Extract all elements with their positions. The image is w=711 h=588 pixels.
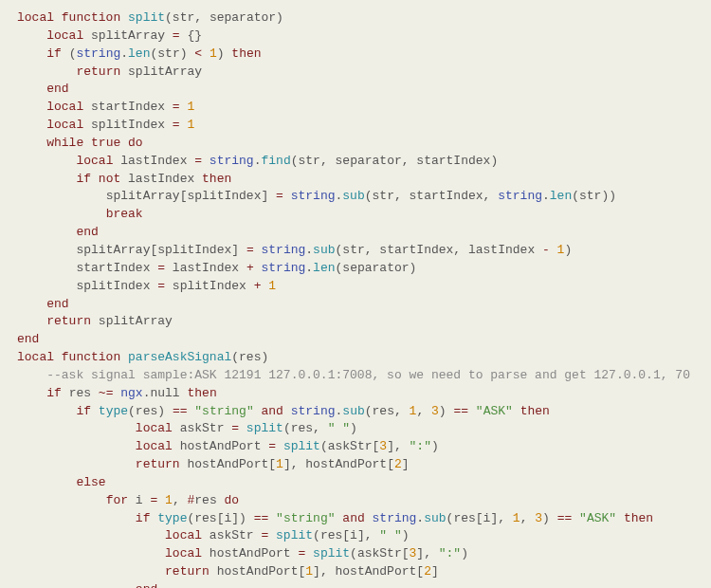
token-id: splitIndex <box>173 279 254 293</box>
token-num: 1 <box>187 118 194 132</box>
token-fn: split <box>128 10 165 25</box>
token-kw: if <box>46 386 68 400</box>
token-fn: len <box>550 189 572 203</box>
token-id: hostAndPort <box>217 564 299 579</box>
token-punc: ) <box>217 46 232 61</box>
token-ns: string <box>291 189 336 203</box>
token-punc: ], <box>357 528 379 542</box>
code-line: if not lastIndex then <box>17 171 694 189</box>
token-id: splitArray <box>99 314 173 328</box>
token-id: lastIndex <box>173 261 246 275</box>
token-id: askStr <box>328 439 373 453</box>
token-fn: len <box>313 261 335 275</box>
code-line: local function split(str, separator) <box>17 9 694 28</box>
token-punc: ) <box>431 439 439 453</box>
token-kw: if <box>76 404 98 418</box>
token-str: "string" <box>276 511 342 525</box>
token-punc: ], <box>283 457 305 471</box>
token-kw: end <box>46 297 68 311</box>
token-punc: )) <box>601 189 616 203</box>
code-line: local startIndex = 1 <box>17 99 694 117</box>
code-line: if res ~= ngx.null then <box>17 385 694 403</box>
code-line: local askStr = split(res[i], " ") <box>17 527 694 545</box>
token-kw: local <box>46 28 91 43</box>
token-id: str <box>579 189 601 203</box>
code-line: return hostAndPort[1], hostAndPort[2] <box>17 563 694 581</box>
token-punc: [ <box>476 511 483 525</box>
token-punc: , <box>402 154 417 168</box>
token-id: lastIndex <box>120 154 194 168</box>
token-kw: for <box>106 493 136 507</box>
token-punc: ]) <box>231 511 253 525</box>
token-op: = <box>173 118 188 132</box>
code-line: end <box>17 224 694 242</box>
token-punc: ( <box>572 189 579 203</box>
code-line: local hostAndPort = split(askStr[3], ":"… <box>17 438 694 456</box>
token-punc: , <box>394 189 410 203</box>
token-ns: string <box>498 189 542 203</box>
token-id: hostAndPort <box>336 564 417 579</box>
token-fn: sub <box>342 404 364 418</box>
token-id: startIndex <box>410 189 483 203</box>
token-op: = <box>157 261 173 275</box>
token-kw: else <box>76 475 105 489</box>
token-kw: true <box>91 136 128 150</box>
token-punc: ] <box>261 189 276 203</box>
token-id: res <box>194 493 224 507</box>
token-kw: while <box>46 136 91 150</box>
code-line: for i = 1, #res do <box>17 492 694 510</box>
token-punc: , <box>416 404 431 418</box>
token-id: i <box>350 528 357 542</box>
token-id: lastIndex <box>128 172 202 186</box>
token-id: startIndex <box>91 100 173 114</box>
code-block: local function split(str, separator) loc… <box>0 0 711 588</box>
token-id: splitIndex <box>76 279 157 293</box>
token-id: hostAndPort <box>180 439 269 453</box>
token-id: str <box>299 154 320 168</box>
token-id: separator <box>336 154 402 168</box>
token-punc: , <box>313 421 328 435</box>
code-line: local splitIndex = 1 <box>17 117 694 135</box>
token-ns: string <box>291 404 336 418</box>
token-punc: ) <box>350 421 357 435</box>
token-punc: [ <box>402 546 410 560</box>
token-punc: , <box>194 10 210 25</box>
code-line: return hostAndPort[1], hostAndPort[2] <box>17 456 694 474</box>
token-kw: not <box>99 172 128 186</box>
code-line: if type(res[i]) == "string" and string.s… <box>17 510 694 528</box>
code-line: while true do <box>17 135 694 153</box>
token-punc: ) <box>276 10 283 25</box>
token-punc: ) <box>461 546 468 560</box>
token-kw: if <box>46 46 68 61</box>
token-num: 1 <box>187 100 194 114</box>
token-kw: if <box>76 172 98 186</box>
token-punc: ( <box>350 546 357 560</box>
token-str: ":" <box>410 439 431 453</box>
token-kw: break <box>106 207 143 221</box>
token-str: " " <box>328 421 350 435</box>
token-id: res <box>239 350 261 364</box>
token-id: splitArray <box>91 28 173 43</box>
token-op: == <box>173 404 194 418</box>
token-punc: ], <box>416 546 438 560</box>
token-kw: then <box>202 172 231 186</box>
token-kw: return <box>76 64 128 79</box>
token-punc: ) <box>180 46 195 61</box>
code-line: local splitArray = {} <box>17 28 694 46</box>
token-punc: ) <box>402 528 410 542</box>
token-kw: end <box>76 225 98 239</box>
token-punc: , <box>320 154 336 168</box>
token-kw: end <box>136 582 157 588</box>
token-ns: string <box>210 154 254 168</box>
token-punc: ( <box>128 404 136 418</box>
token-num: 3 <box>431 404 439 418</box>
token-fn: split <box>276 528 313 542</box>
token-cmt: --ask signal sample:ASK 12191 127.0.0.1:… <box>46 368 690 382</box>
token-fn: parseAskSignal <box>128 350 231 364</box>
token-punc: ] <box>402 457 410 471</box>
token-op: = <box>261 528 276 542</box>
token-kw: then <box>520 404 550 418</box>
token-punc: ( <box>231 350 239 364</box>
token-op: = <box>298 546 313 560</box>
token-kw: local <box>136 439 180 453</box>
